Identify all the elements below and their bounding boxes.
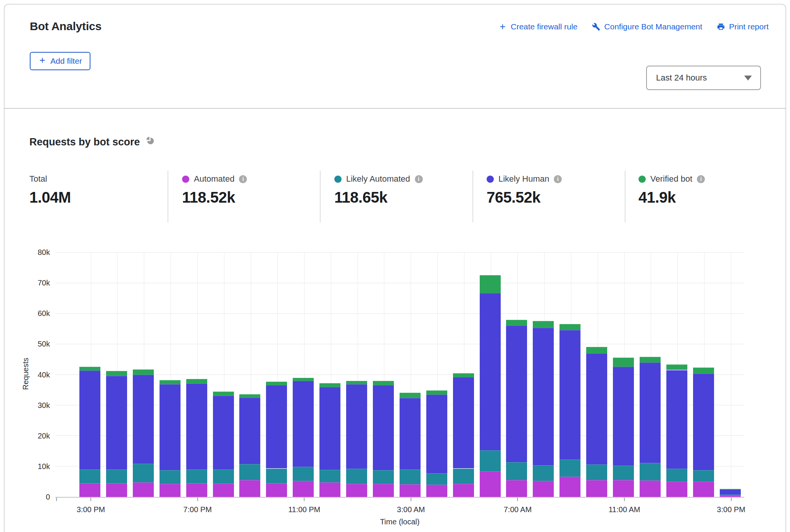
x-tick-label: 3:00 PM [717, 505, 745, 514]
add-filter-button[interactable]: Add filter [30, 52, 90, 70]
bar-segment [373, 470, 394, 484]
printer-icon [717, 23, 725, 31]
bar-segment [293, 381, 314, 466]
x-axis-tick [731, 498, 732, 501]
bar-segment [266, 382, 287, 385]
stat-divider [168, 171, 168, 222]
bar-segment [613, 480, 634, 497]
bar-segment [213, 396, 234, 469]
x-tick-label: 3:00 AM [397, 505, 425, 514]
wrench-icon [592, 23, 600, 31]
bar-segment [106, 469, 127, 483]
bar-segment [400, 469, 421, 484]
stat-verified-bot: Verified bot i 41.9k [638, 174, 705, 206]
y-tick-label: 80k [38, 248, 50, 257]
grid-line-h [55, 252, 744, 253]
bar-segment [266, 469, 287, 483]
bar-segment [293, 481, 314, 497]
bar-segment [79, 483, 100, 497]
legend-dot-verified-bot [638, 176, 646, 183]
bar-segment [720, 495, 741, 495]
x-axis-tick [90, 498, 91, 501]
bar-segment [186, 384, 207, 469]
y-tick-label: 50k [38, 340, 50, 348]
bar-segment [666, 364, 687, 370]
bar-segment [480, 275, 501, 293]
bar-segment [213, 392, 234, 395]
bar-segment [559, 330, 580, 460]
x-tick-label: 7:00 PM [183, 505, 211, 514]
bar-segment [559, 459, 580, 477]
stat-likely-human-label: Likely Human [498, 174, 549, 184]
bar-segment [319, 470, 340, 483]
bar-segment [640, 480, 661, 497]
bar-segment [106, 371, 127, 376]
x-tick-label: 11:00 PM [288, 505, 320, 514]
add-filter-label: Add filter [50, 56, 82, 66]
bar-segment [373, 484, 394, 497]
bar-segment [533, 321, 554, 328]
y-tick-label: 20k [38, 431, 50, 440]
info-icon[interactable]: i [239, 175, 247, 183]
x-axis-tick [517, 498, 518, 501]
bar-segment [160, 384, 181, 470]
bar-segment [666, 482, 687, 497]
stat-total-value: 1.04M [29, 189, 71, 206]
bar-segment [346, 381, 367, 384]
configure-bot-management-link[interactable]: Configure Bot Management [592, 22, 702, 31]
bar-segment [400, 398, 421, 469]
bar-segment [426, 390, 447, 394]
info-icon[interactable]: i [697, 175, 705, 183]
bar-segment [693, 470, 714, 482]
bar-segment [613, 367, 634, 466]
bar-segment [559, 477, 580, 497]
x-axis-tick [304, 498, 305, 501]
y-tick-label: 60k [38, 309, 50, 318]
x-tick-label: 3:00 PM [77, 505, 105, 514]
configure-bot-management-label: Configure Bot Management [604, 22, 702, 31]
bar-segment [133, 482, 154, 497]
bar-segment [373, 381, 394, 385]
bar-segment [346, 384, 367, 469]
plus-icon [498, 23, 507, 31]
bar-segment [346, 469, 367, 484]
bar-segment [506, 320, 527, 325]
info-icon[interactable]: i [415, 175, 423, 183]
stat-verified-bot-value: 41.9k [638, 189, 705, 206]
time-range-value: Last 24 hours [656, 73, 707, 83]
bar-segment [133, 464, 154, 482]
bar-segment [426, 395, 447, 473]
bar-segment [559, 324, 580, 330]
stat-automated-value: 118.52k [182, 189, 247, 206]
print-report-link[interactable]: Print report [717, 22, 769, 31]
create-firewall-rule-link[interactable]: Create firewall rule [498, 22, 577, 31]
bar-segment [106, 376, 127, 469]
x-axis-tick [624, 498, 625, 501]
y-tick-label: 0 [46, 493, 50, 501]
stat-likely-automated: Likely Automated i 118.65k [334, 174, 423, 206]
bar-segment [293, 378, 314, 381]
x-tick-label: 11:00 AM [608, 505, 640, 514]
y-tick-label: 40k [38, 370, 50, 379]
bar-segment [613, 358, 634, 367]
bar-segment [239, 480, 260, 497]
pie-chart-icon [145, 136, 155, 148]
bar-segment [640, 463, 661, 480]
time-range-select[interactable]: Last 24 hours [646, 66, 761, 90]
header-actions: Create firewall rule Configure Bot Manag… [498, 22, 769, 31]
bar-segment [480, 471, 501, 497]
bar-segment [720, 489, 741, 495]
bar-segment [133, 369, 154, 375]
stat-likely-automated-value: 118.65k [334, 189, 423, 206]
bar-segment [586, 480, 607, 497]
bar-segment [426, 473, 447, 485]
legend-dot-automated [182, 176, 189, 183]
bar-segment [586, 347, 607, 353]
bar-segment [666, 370, 687, 469]
bar-segment [79, 469, 100, 483]
bar-segment [506, 480, 527, 497]
stat-divider [320, 171, 321, 222]
info-icon[interactable]: i [554, 175, 562, 183]
create-firewall-rule-label: Create firewall rule [511, 22, 577, 31]
bar-segment [266, 385, 287, 469]
